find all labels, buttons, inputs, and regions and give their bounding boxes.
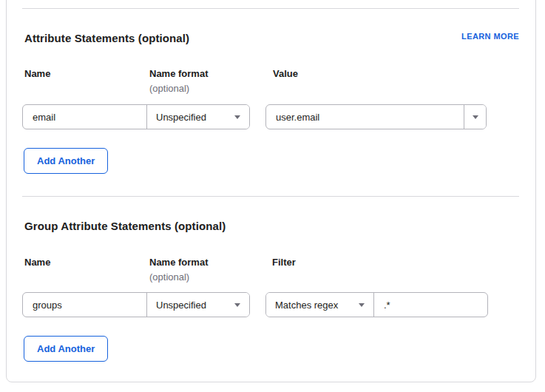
attribute-statements-title: Attribute Statements (optional): [24, 32, 189, 44]
attribute-name-cell: [23, 105, 146, 129]
group-filter-group: Matches regex: [265, 292, 488, 317]
attribute-add-another-button[interactable]: Add Another: [24, 148, 108, 174]
saml-settings-card: [6, 0, 536, 382]
column-header-name: Name: [24, 257, 50, 268]
group-name-format-select[interactable]: Unspecified: [146, 293, 249, 317]
column-header-name-format-note: (optional): [149, 271, 189, 283]
top-divider: [22, 8, 519, 9]
attribute-value-group: [265, 104, 487, 129]
attribute-name-format-select[interactable]: Unspecified: [146, 105, 249, 129]
group-attribute-statements-title: Group Attribute Statements (optional): [24, 220, 226, 232]
attribute-name-format-selected: Unspecified: [156, 112, 206, 123]
attribute-value-expression-button[interactable]: [464, 105, 486, 129]
group-add-another-button[interactable]: Add Another: [24, 336, 108, 362]
group-filter-value-cell: [374, 293, 487, 317]
dropdown-caret-icon: [473, 115, 478, 119]
attribute-name-input[interactable]: [23, 105, 146, 129]
column-header-filter: Filter: [272, 257, 296, 268]
dropdown-caret-icon: [234, 115, 240, 119]
group-name-cell: [23, 293, 146, 317]
group-name-format-group: Unspecified: [22, 292, 250, 317]
column-header-name-format: Name format: [149, 68, 208, 79]
column-header-name-format: Name format: [149, 257, 208, 268]
dropdown-caret-icon: [359, 303, 365, 307]
section-divider: [22, 196, 519, 197]
group-name-format-selected: Unspecified: [156, 300, 206, 311]
column-header-name: Name: [24, 68, 50, 79]
attribute-value-cell: [266, 105, 464, 129]
group-filter-type-selected: Matches regex: [275, 300, 338, 311]
column-header-value: Value: [273, 68, 298, 79]
group-filter-type-select[interactable]: Matches regex: [266, 293, 374, 317]
column-header-name-format-note: (optional): [149, 83, 189, 94]
group-filter-value-input[interactable]: [374, 293, 487, 317]
group-name-input[interactable]: [23, 293, 146, 317]
attribute-name-format-group: Unspecified: [22, 104, 250, 129]
learn-more-link[interactable]: LEARN MORE: [461, 32, 519, 41]
dropdown-caret-icon: [234, 303, 240, 307]
attribute-value-input[interactable]: [266, 105, 464, 129]
